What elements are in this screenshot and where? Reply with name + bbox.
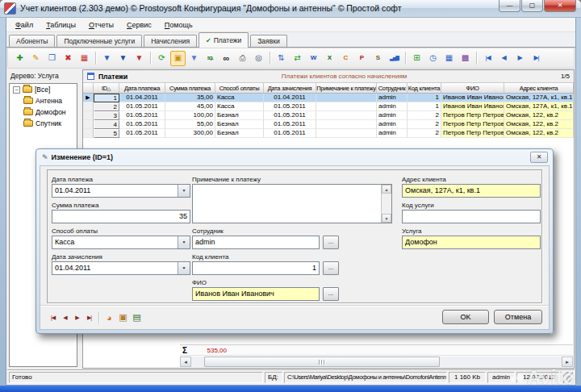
horizontal-scrollbar[interactable]: ◄ ► [180, 357, 573, 367]
export-pdf-button[interactable]: P [354, 51, 370, 66]
tab-platezhi[interactable]: ✔Платежи [199, 32, 249, 48]
orb-button[interactable]: ◕ [102, 311, 116, 324]
menu-tables[interactable]: Таблицы [40, 19, 82, 31]
resize-grip[interactable] [563, 372, 573, 383]
record-prev-button[interactable]: ◀ [59, 311, 71, 323]
grid-header-3[interactable]: Способ оплаты [215, 83, 264, 93]
grid-header-1[interactable]: Дата платежа [119, 83, 165, 93]
table-properties-button[interactable]: ▦ [441, 51, 457, 66]
cell: Касса [215, 94, 264, 102]
package-button[interactable]: ▣ [116, 311, 130, 324]
grid-header-9[interactable]: Адрес клиента [504, 83, 574, 93]
nav-first-button[interactable]: |◀ [480, 51, 495, 66]
scroll-up-icon[interactable]: ▲ [382, 185, 391, 194]
record-last-button[interactable]: ▶| [83, 311, 95, 323]
record-first-button[interactable]: |◀ [47, 311, 59, 323]
nav-prev-button[interactable]: ◀ [496, 51, 512, 66]
table-row[interactable]: 201.05.201145,00Касса01.05.2011admin1Ива… [83, 102, 574, 111]
fio-lookup-button[interactable]: ... [323, 287, 339, 301]
table-row[interactable]: 401.05.201155,00Безнал01.05.2011admin2Пе… [83, 120, 574, 129]
ok-button[interactable]: OK [442, 310, 489, 324]
close-button[interactable]: ✕ [544, 0, 576, 12]
textarea-scrollbar[interactable]: ▲ ▼ [381, 185, 391, 223]
nav-last-button[interactable]: ▶| [529, 51, 544, 66]
nav-next-button[interactable]: ▶ [512, 51, 528, 66]
tab-nachisleniya[interactable]: Начисления [144, 35, 197, 47]
history-button[interactable]: ◷ [425, 51, 441, 66]
payment-method-input[interactable]: Касса ▼ [52, 236, 190, 249]
credit-date-input[interactable]: 01.04.2011 ▼ [52, 261, 190, 275]
delete-record-button[interactable]: ✖ [61, 51, 76, 66]
dropdown-icon[interactable]: ▼ [178, 185, 190, 197]
grid-header-7[interactable]: Код клиента [408, 83, 441, 93]
minimize-button[interactable]: — [499, 0, 520, 12]
import-data-button[interactable]: ⇅ [274, 51, 289, 66]
sql-query-button[interactable]: SQL [203, 51, 218, 66]
table-row[interactable]: 501.05.2011300,00Безнал01.05.2011admin2П… [83, 129, 574, 138]
copy-record-button[interactable]: ❐ [44, 51, 60, 66]
menu-reports[interactable]: Отчеты [82, 19, 120, 31]
expander-icon[interactable]: − [13, 86, 20, 94]
tab-zayavki[interactable]: Заявки [250, 35, 286, 47]
dialog-close-button[interactable]: ✕ [530, 152, 548, 163]
payment-sum-input[interactable]: 35 [52, 210, 190, 223]
note-textarea[interactable]: ▲ ▼ [192, 184, 392, 223]
edit-record-button[interactable]: ✎ [28, 51, 44, 66]
export-file-button[interactable]: S [370, 51, 386, 66]
client-address-input[interactable]: Омская, 127А, к1, кв.1 [402, 184, 541, 198]
group-panel-button[interactable]: ▣ [170, 51, 186, 66]
dropdown-icon[interactable]: ▼ [178, 262, 190, 274]
grid-header-8[interactable]: ФИО [441, 83, 504, 93]
filter-for-selection-button[interactable]: ▼ [115, 51, 131, 66]
refresh-button[interactable]: ⟳ [154, 51, 169, 66]
dropdown-icon[interactable]: ▼ [178, 236, 190, 248]
notebook-button[interactable]: ▤ [130, 311, 144, 324]
grid-header-2[interactable]: Сумма платежа [165, 83, 215, 93]
tree-item-все[interactable]: −[Все] [10, 84, 77, 95]
format-colors-button[interactable]: ▩ [458, 51, 473, 66]
tab-abonenty[interactable]: Абоненты [9, 35, 55, 47]
delete-selection-button[interactable]: ▦ [77, 51, 92, 66]
grid-header-6[interactable]: Сотрудник [377, 83, 408, 93]
service-input[interactable]: Домофон [402, 236, 541, 249]
client-code-lookup-button[interactable]: ... [323, 261, 339, 275]
tree-item-антенна[interactable]: Антенна [10, 95, 77, 106]
scroll-down-icon[interactable]: ▼ [382, 214, 391, 223]
tree-item-спутник[interactable]: Спутник [10, 118, 77, 129]
search-button[interactable]: ∞ [219, 51, 234, 66]
export-calc-button[interactable]: C [338, 51, 353, 66]
tab-podklyuchennye-uslugi[interactable]: Подключенные услуги [56, 35, 142, 47]
chart-button[interactable]: ▃▅▇ [387, 51, 402, 66]
export-word-button[interactable]: W [306, 51, 321, 66]
table-row[interactable]: ▶101.04.201135,00Касса01.04.2011admin1Ив… [83, 94, 574, 102]
print-button[interactable]: ⎙ [235, 51, 250, 66]
filter-button[interactable]: ▼ [99, 51, 115, 66]
grid-header-5[interactable]: Примечание к платежу [316, 83, 377, 93]
service-code-input[interactable] [402, 210, 541, 223]
cancel-button[interactable]: Отмена [494, 310, 542, 324]
add-child-record-button[interactable]: ⊞ [409, 51, 424, 66]
print-preview-button[interactable]: ◎ [251, 51, 266, 66]
filter-builder-button[interactable]: ▼ [186, 51, 202, 66]
add-record-button[interactable]: ✚ [12, 51, 27, 66]
remove-filter-button[interactable]: ▼ [132, 51, 147, 66]
employee-lookup-button[interactable]: ... [323, 236, 339, 249]
table-row[interactable]: 301.05.2011100,00Безнал01.05.2011admin2П… [83, 111, 574, 120]
menu-file[interactable]: Файл [9, 19, 40, 31]
grid-header-4[interactable]: Дата зачисления [264, 83, 316, 93]
scroll-left-icon[interactable]: ◄ [180, 357, 191, 367]
fio-input[interactable]: Иванов Иван Иванович [192, 287, 320, 301]
sync-data-button[interactable]: ⇄ [290, 51, 305, 66]
record-next-button[interactable]: ▶ [71, 311, 83, 323]
grid-header-id[interactable]: ID△ [94, 83, 119, 93]
menu-help[interactable]: Помощь [158, 19, 199, 31]
scroll-right-icon[interactable]: ► [562, 357, 573, 367]
employee-input[interactable]: admin [192, 236, 320, 249]
menu-service[interactable]: Сервис [120, 19, 158, 31]
maximize-button[interactable]: ▢ [521, 0, 543, 12]
tree-item-домофон[interactable]: Домофон [10, 106, 77, 118]
export-excel-button[interactable]: X [322, 51, 337, 66]
payment-date-input[interactable]: 01.04.2011 ▼ [52, 184, 190, 198]
client-code-input[interactable]: 1 [192, 261, 320, 275]
scrollbar-thumb[interactable] [204, 357, 440, 367]
